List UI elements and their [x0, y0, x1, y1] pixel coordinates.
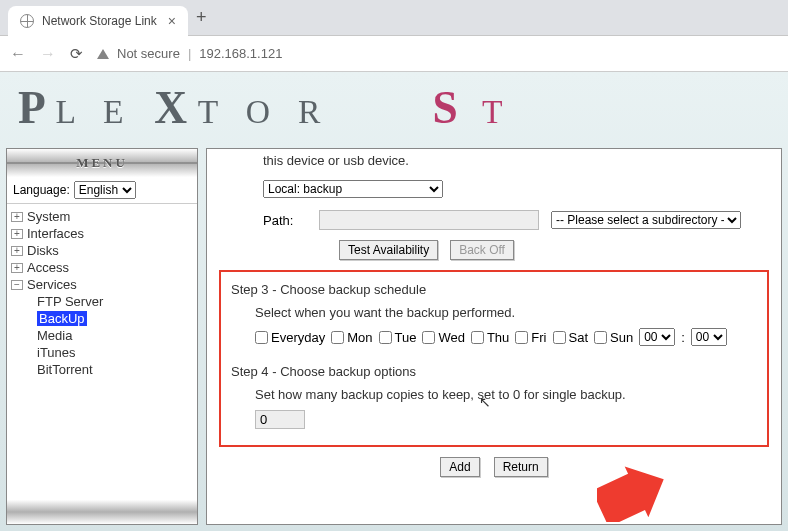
- not-secure-label: Not secure: [117, 46, 180, 61]
- day-checkbox-tue[interactable]: [379, 331, 392, 344]
- url-text: 192.168.1.121: [199, 46, 282, 61]
- add-button[interactable]: Add: [440, 457, 479, 477]
- day-wed[interactable]: Wed: [422, 330, 465, 345]
- red-arrow-annotation: [597, 466, 667, 522]
- svg-text:X: X: [154, 83, 187, 133]
- day-checkbox-wed[interactable]: [422, 331, 435, 344]
- day-tue[interactable]: Tue: [379, 330, 417, 345]
- warning-icon: [97, 49, 109, 59]
- path-input[interactable]: [319, 210, 539, 230]
- brand-banner: P L E X T O R S T: [0, 72, 788, 142]
- day-checkbox-fri[interactable]: [515, 331, 528, 344]
- hour-select[interactable]: 00: [639, 328, 675, 346]
- plextor-logo: P L E X T O R S T: [18, 79, 788, 135]
- sidebar-item-services[interactable]: −Services: [9, 276, 195, 293]
- menu-footer: [7, 500, 197, 524]
- day-checkbox-sun[interactable]: [594, 331, 607, 344]
- browser-tab-bar: Network Storage Link × +: [0, 0, 788, 36]
- language-row: Language: English: [7, 177, 197, 204]
- step3-title: Step 3 - Choose backup schedule: [231, 280, 757, 303]
- plus-icon[interactable]: +: [11, 263, 23, 273]
- sidebar-item-interfaces[interactable]: +Interfaces: [9, 225, 195, 242]
- day-checkbox-everyday[interactable]: [255, 331, 268, 344]
- sidebar-item-ftp-server[interactable]: FTP Server: [9, 293, 195, 310]
- day-sat[interactable]: Sat: [553, 330, 589, 345]
- sidebar-item-itunes[interactable]: iTunes: [9, 344, 195, 361]
- address-field[interactable]: Not secure | 192.168.1.121: [97, 46, 282, 61]
- sidebar-item-disks[interactable]: +Disks: [9, 242, 195, 259]
- path-label: Path:: [263, 213, 307, 228]
- day-sun[interactable]: Sun: [594, 330, 633, 345]
- language-select[interactable]: English: [74, 181, 136, 199]
- svg-text:P: P: [18, 83, 52, 133]
- page-body: P L E X T O R S T MENU Language: English…: [0, 72, 788, 531]
- step3-subtitle: Select when you want the backup performe…: [231, 303, 757, 328]
- tab-title: Network Storage Link: [42, 14, 157, 28]
- plus-icon[interactable]: +: [11, 246, 23, 256]
- globe-icon: [20, 14, 34, 28]
- day-mon[interactable]: Mon: [331, 330, 372, 345]
- day-everyday[interactable]: Everyday: [255, 330, 325, 345]
- subdirectory-select[interactable]: -- Please select a subdirectory --: [551, 211, 741, 229]
- step4-title: Step 4 - Choose backup options: [231, 362, 757, 385]
- copies-input[interactable]: [255, 410, 305, 429]
- sidebar-item-bittorrent[interactable]: BitTorrent: [9, 361, 195, 378]
- sidebar: MENU Language: English +System+Interface…: [6, 148, 198, 525]
- minus-icon[interactable]: −: [11, 280, 23, 290]
- sidebar-item-access[interactable]: +Access: [9, 259, 195, 276]
- reload-icon[interactable]: ⟳: [70, 45, 83, 63]
- day-checkbox-sat[interactable]: [553, 331, 566, 344]
- intro-fragment: this device or usb device.: [219, 149, 769, 176]
- minute-select[interactable]: 00: [691, 328, 727, 346]
- highlighted-steps-box: Step 3 - Choose backup schedule Select w…: [219, 270, 769, 447]
- back-icon[interactable]: ←: [10, 45, 26, 63]
- test-availability-button[interactable]: Test Availability: [339, 240, 438, 260]
- svg-text:S: S: [433, 83, 466, 133]
- browser-tab[interactable]: Network Storage Link ×: [8, 6, 188, 36]
- browser-address-bar: ← → ⟳ Not secure | 192.168.1.121: [0, 36, 788, 72]
- main-panel: this device or usb device. Local: backup…: [206, 148, 782, 525]
- sidebar-item-media[interactable]: Media: [9, 327, 195, 344]
- close-icon[interactable]: ×: [168, 13, 176, 29]
- return-button[interactable]: Return: [494, 457, 548, 477]
- svg-text:L E: L E: [56, 93, 134, 130]
- svg-text:T: T: [482, 93, 512, 130]
- plus-icon[interactable]: +: [11, 212, 23, 222]
- back-off-button[interactable]: Back Off: [450, 240, 514, 260]
- sidebar-item-system[interactable]: +System: [9, 208, 195, 225]
- day-checkbox-mon[interactable]: [331, 331, 344, 344]
- sidebar-item-backup[interactable]: BackUp: [9, 310, 195, 327]
- local-destination-select[interactable]: Local: backup: [263, 180, 443, 198]
- nav-tree: +System+Interfaces+Disks+Access−Services…: [7, 204, 197, 500]
- forward-icon: →: [40, 45, 56, 63]
- svg-marker-6: [597, 466, 667, 522]
- step4-subtitle: Set how many backup copies to keep, set …: [231, 385, 757, 410]
- day-fri[interactable]: Fri: [515, 330, 546, 345]
- new-tab-button[interactable]: +: [196, 7, 207, 28]
- day-checkbox-thu[interactable]: [471, 331, 484, 344]
- menu-header: MENU: [7, 149, 197, 177]
- language-label: Language:: [13, 183, 70, 197]
- days-row: Everyday Mon Tue Wed Thu Fri Sat Sun00 :…: [231, 328, 757, 352]
- svg-text:T O R: T O R: [198, 93, 331, 130]
- plus-icon[interactable]: +: [11, 229, 23, 239]
- day-thu[interactable]: Thu: [471, 330, 509, 345]
